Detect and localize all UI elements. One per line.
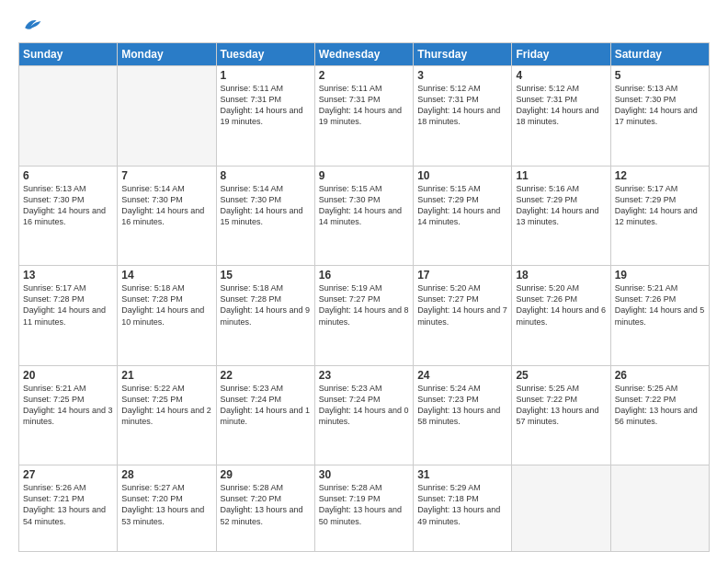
day-number: 29 [221,468,311,481]
calendar-cell: 1Sunrise: 5:11 AMSunset: 7:31 PMDaylight… [216,66,314,167]
weekday-header-tuesday: Tuesday [216,43,314,66]
weekday-header-thursday: Thursday [414,43,512,66]
calendar-cell: 17Sunrise: 5:20 AMSunset: 7:27 PMDayligh… [414,266,512,366]
cell-sun-info: Sunrise: 5:14 AMSunset: 7:30 PMDaylight:… [221,183,311,228]
day-number: 22 [221,369,311,382]
day-number: 6 [23,169,113,182]
day-number: 13 [23,269,113,282]
week-row-2: 6Sunrise: 5:13 AMSunset: 7:30 PMDaylight… [19,166,710,266]
day-number: 21 [121,369,211,382]
calendar-cell: 3Sunrise: 5:12 AMSunset: 7:31 PMDaylight… [414,66,512,167]
cell-sun-info: Sunrise: 5:11 AMSunset: 7:31 PMDaylight:… [319,83,409,128]
calendar-cell: 20Sunrise: 5:21 AMSunset: 7:25 PMDayligh… [19,365,118,465]
calendar-cell: 2Sunrise: 5:11 AMSunset: 7:31 PMDaylight… [314,66,413,167]
cell-sun-info: Sunrise: 5:23 AMSunset: 7:24 PMDaylight:… [319,383,409,428]
calendar-cell: 4Sunrise: 5:12 AMSunset: 7:31 PMDaylight… [512,66,610,167]
weekday-header-monday: Monday [118,43,216,66]
logo [18,17,42,33]
page: SundayMondayTuesdayWednesdayThursdayFrid… [0,0,728,563]
cell-sun-info: Sunrise: 5:13 AMSunset: 7:30 PMDaylight:… [615,83,705,128]
day-number: 7 [121,169,211,182]
cell-sun-info: Sunrise: 5:17 AMSunset: 7:29 PMDaylight:… [615,183,705,228]
day-number: 31 [417,468,507,481]
day-number: 16 [319,269,409,282]
day-number: 24 [417,369,507,382]
day-number: 15 [221,269,311,282]
cell-sun-info: Sunrise: 5:20 AMSunset: 7:26 PMDaylight:… [516,282,606,327]
calendar-cell [118,66,216,167]
day-number: 14 [121,269,211,282]
cell-sun-info: Sunrise: 5:28 AMSunset: 7:19 PMDaylight:… [319,482,409,527]
cell-sun-info: Sunrise: 5:16 AMSunset: 7:29 PMDaylight:… [516,183,606,228]
calendar-table: SundayMondayTuesdayWednesdayThursdayFrid… [18,42,710,552]
header [18,17,710,33]
day-number: 1 [221,69,311,82]
calendar-cell: 24Sunrise: 5:24 AMSunset: 7:23 PMDayligh… [414,365,512,465]
cell-sun-info: Sunrise: 5:22 AMSunset: 7:25 PMDaylight:… [121,383,211,428]
cell-sun-info: Sunrise: 5:21 AMSunset: 7:25 PMDaylight:… [23,383,113,428]
day-number: 17 [417,269,507,282]
calendar-cell: 13Sunrise: 5:17 AMSunset: 7:28 PMDayligh… [19,266,118,366]
cell-sun-info: Sunrise: 5:25 AMSunset: 7:22 PMDaylight:… [516,383,606,428]
calendar-cell: 29Sunrise: 5:28 AMSunset: 7:20 PMDayligh… [216,465,314,552]
calendar-cell: 22Sunrise: 5:23 AMSunset: 7:24 PMDayligh… [216,365,314,465]
day-number: 25 [516,369,606,382]
day-number: 9 [319,169,409,182]
weekday-header-row: SundayMondayTuesdayWednesdayThursdayFrid… [19,43,710,66]
week-row-3: 13Sunrise: 5:17 AMSunset: 7:28 PMDayligh… [19,266,710,366]
day-number: 23 [319,369,409,382]
calendar-cell: 25Sunrise: 5:25 AMSunset: 7:22 PMDayligh… [512,365,610,465]
cell-sun-info: Sunrise: 5:23 AMSunset: 7:24 PMDaylight:… [221,383,311,428]
calendar-cell: 26Sunrise: 5:25 AMSunset: 7:22 PMDayligh… [610,365,709,465]
weekday-header-friday: Friday [512,43,610,66]
cell-sun-info: Sunrise: 5:15 AMSunset: 7:30 PMDaylight:… [319,183,409,228]
cell-sun-info: Sunrise: 5:17 AMSunset: 7:28 PMDaylight:… [23,282,113,327]
day-number: 3 [417,69,507,82]
day-number: 26 [615,369,705,382]
day-number: 27 [23,468,113,481]
cell-sun-info: Sunrise: 5:18 AMSunset: 7:28 PMDaylight:… [121,282,211,327]
weekday-header-saturday: Saturday [610,43,709,66]
calendar-cell: 15Sunrise: 5:18 AMSunset: 7:28 PMDayligh… [216,266,314,366]
day-number: 18 [516,269,606,282]
calendar-cell: 30Sunrise: 5:28 AMSunset: 7:19 PMDayligh… [314,465,413,552]
cell-sun-info: Sunrise: 5:28 AMSunset: 7:20 PMDaylight:… [221,482,311,527]
cell-sun-info: Sunrise: 5:14 AMSunset: 7:30 PMDaylight:… [121,183,211,228]
day-number: 5 [615,69,705,82]
cell-sun-info: Sunrise: 5:18 AMSunset: 7:28 PMDaylight:… [221,282,311,327]
calendar-cell: 21Sunrise: 5:22 AMSunset: 7:25 PMDayligh… [118,365,216,465]
cell-sun-info: Sunrise: 5:11 AMSunset: 7:31 PMDaylight:… [221,83,311,128]
calendar-cell: 27Sunrise: 5:26 AMSunset: 7:21 PMDayligh… [19,465,118,552]
calendar-cell: 7Sunrise: 5:14 AMSunset: 7:30 PMDaylight… [118,166,216,266]
calendar-cell: 19Sunrise: 5:21 AMSunset: 7:26 PMDayligh… [610,266,709,366]
day-number: 12 [615,169,705,182]
day-number: 2 [319,69,409,82]
calendar-cell: 18Sunrise: 5:20 AMSunset: 7:26 PMDayligh… [512,266,610,366]
day-number: 30 [319,468,409,481]
day-number: 20 [23,369,113,382]
calendar-cell: 8Sunrise: 5:14 AMSunset: 7:30 PMDaylight… [216,166,314,266]
cell-sun-info: Sunrise: 5:12 AMSunset: 7:31 PMDaylight:… [516,83,606,128]
week-row-1: 1Sunrise: 5:11 AMSunset: 7:31 PMDaylight… [19,66,710,167]
cell-sun-info: Sunrise: 5:24 AMSunset: 7:23 PMDaylight:… [417,383,507,428]
cell-sun-info: Sunrise: 5:13 AMSunset: 7:30 PMDaylight:… [23,183,113,228]
weekday-header-sunday: Sunday [19,43,118,66]
calendar-cell: 6Sunrise: 5:13 AMSunset: 7:30 PMDaylight… [19,166,118,266]
calendar-cell: 10Sunrise: 5:15 AMSunset: 7:29 PMDayligh… [414,166,512,266]
day-number: 8 [221,169,311,182]
cell-sun-info: Sunrise: 5:15 AMSunset: 7:29 PMDaylight:… [417,183,507,228]
day-number: 11 [516,169,606,182]
cell-sun-info: Sunrise: 5:29 AMSunset: 7:18 PMDaylight:… [417,482,507,527]
calendar-cell: 31Sunrise: 5:29 AMSunset: 7:18 PMDayligh… [414,465,512,552]
day-number: 10 [417,169,507,182]
day-number: 4 [516,69,606,82]
cell-sun-info: Sunrise: 5:19 AMSunset: 7:27 PMDaylight:… [319,282,409,327]
cell-sun-info: Sunrise: 5:20 AMSunset: 7:27 PMDaylight:… [417,282,507,327]
cell-sun-info: Sunrise: 5:27 AMSunset: 7:20 PMDaylight:… [121,482,211,527]
cell-sun-info: Sunrise: 5:21 AMSunset: 7:26 PMDaylight:… [615,282,705,327]
calendar-cell: 16Sunrise: 5:19 AMSunset: 7:27 PMDayligh… [314,266,413,366]
day-number: 28 [121,468,211,481]
week-row-4: 20Sunrise: 5:21 AMSunset: 7:25 PMDayligh… [19,365,710,465]
calendar-cell: 5Sunrise: 5:13 AMSunset: 7:30 PMDaylight… [610,66,709,167]
week-row-5: 27Sunrise: 5:26 AMSunset: 7:21 PMDayligh… [19,465,710,552]
